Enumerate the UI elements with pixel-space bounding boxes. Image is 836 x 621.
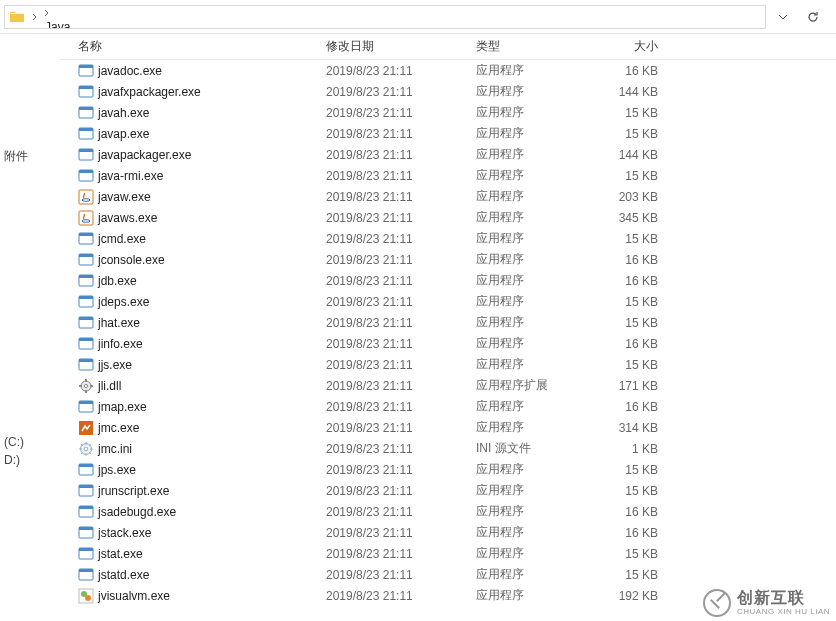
table-row[interactable]: jli.dll2019/8/23 21:11应用程序扩展171 KB [60, 375, 836, 396]
table-row[interactable]: jconsole.exe2019/8/23 21:11应用程序16 KB [60, 249, 836, 270]
table-row[interactable]: javapackager.exe2019/8/23 21:11应用程序144 K… [60, 144, 836, 165]
file-type: 应用程序扩展 [470, 377, 590, 394]
svg-rect-35 [90, 385, 93, 387]
svg-rect-48 [79, 527, 93, 530]
table-row[interactable]: jdeps.exe2019/8/23 21:11应用程序15 KB [60, 291, 836, 312]
folder-icon [7, 7, 27, 27]
file-size: 16 KB [590, 400, 680, 414]
file-size: 15 KB [590, 106, 680, 120]
refresh-button[interactable] [800, 5, 826, 29]
sidebar-drive-c[interactable]: (C:) [0, 433, 60, 451]
file-name: jinfo.exe [98, 337, 143, 351]
file-date: 2019/8/23 21:11 [320, 421, 470, 435]
file-size: 192 KB [590, 589, 680, 603]
file-date: 2019/8/23 21:11 [320, 232, 470, 246]
file-type: INI 源文件 [470, 440, 590, 457]
file-icon [78, 504, 94, 520]
svg-rect-21 [79, 275, 93, 278]
file-date: 2019/8/23 21:11 [320, 169, 470, 183]
svg-rect-23 [79, 296, 93, 299]
file-type: 应用程序 [470, 188, 590, 205]
file-date: 2019/8/23 21:11 [320, 547, 470, 561]
table-row[interactable]: java-rmi.exe2019/8/23 21:11应用程序15 KB [60, 165, 836, 186]
table-row[interactable]: jsadebugd.exe2019/8/23 21:11应用程序16 KB [60, 501, 836, 522]
file-size: 16 KB [590, 505, 680, 519]
table-row[interactable]: jcmd.exe2019/8/23 21:11应用程序15 KB [60, 228, 836, 249]
table-row[interactable]: javah.exe2019/8/23 21:11应用程序15 KB [60, 102, 836, 123]
header-type[interactable]: 类型 [470, 38, 590, 55]
file-type: 应用程序 [470, 314, 590, 331]
header-size[interactable]: 大小 [590, 38, 680, 55]
file-name: javaws.exe [98, 211, 157, 225]
breadcrumb-item[interactable]: Java [41, 20, 126, 29]
svg-rect-34 [79, 385, 82, 387]
dropdown-button[interactable] [770, 5, 796, 29]
file-date: 2019/8/23 21:11 [320, 526, 470, 540]
table-row[interactable]: jdb.exe2019/8/23 21:11应用程序16 KB [60, 270, 836, 291]
header-name[interactable]: 名称 [60, 38, 320, 55]
file-type: 应用程序 [470, 146, 590, 163]
file-date: 2019/8/23 21:11 [320, 190, 470, 204]
file-date: 2019/8/23 21:11 [320, 295, 470, 309]
file-icon [78, 315, 94, 331]
table-row[interactable]: jmc.ini2019/8/23 21:11INI 源文件1 KB [60, 438, 836, 459]
table-row[interactable]: javafxpackager.exe2019/8/23 21:11应用程序144… [60, 81, 836, 102]
table-row[interactable]: jstack.exe2019/8/23 21:11应用程序16 KB [60, 522, 836, 543]
table-row[interactable]: jmap.exe2019/8/23 21:11应用程序16 KB [60, 396, 836, 417]
table-row[interactable]: jmc.exe2019/8/23 21:11应用程序314 KB [60, 417, 836, 438]
header-date[interactable]: 修改日期 [320, 38, 470, 55]
file-size: 171 KB [590, 379, 680, 393]
file-date: 2019/8/23 21:11 [320, 106, 470, 120]
file-name: javap.exe [98, 127, 149, 141]
file-name: jvisualvm.exe [98, 589, 170, 603]
file-type: 应用程序 [470, 566, 590, 583]
file-size: 16 KB [590, 526, 680, 540]
svg-rect-29 [79, 359, 93, 362]
table-row[interactable]: javaws.exe2019/8/23 21:11应用程序345 KB [60, 207, 836, 228]
table-row[interactable]: jstatd.exe2019/8/23 21:11应用程序15 KB [60, 564, 836, 585]
chevron-right-icon[interactable] [29, 13, 41, 21]
file-size: 15 KB [590, 295, 680, 309]
file-list-pane: 名称 修改日期 类型 大小 javadoc.exe2019/8/23 21:11… [60, 34, 836, 621]
table-row[interactable]: jps.exe2019/8/23 21:11应用程序15 KB [60, 459, 836, 480]
file-name: jhat.exe [98, 316, 140, 330]
breadcrumb-path[interactable]: 此电脑本地磁盘 (C:)Program FilesJavajdk1.8.0_22… [4, 5, 766, 29]
table-row[interactable]: javap.exe2019/8/23 21:11应用程序15 KB [60, 123, 836, 144]
file-type: 应用程序 [470, 272, 590, 289]
table-row[interactable]: javaw.exe2019/8/23 21:11应用程序203 KB [60, 186, 836, 207]
file-name: jdb.exe [98, 274, 137, 288]
file-size: 16 KB [590, 337, 680, 351]
file-name: jconsole.exe [98, 253, 165, 267]
breadcrumb-item[interactable]: Program Files [41, 5, 126, 6]
file-size: 15 KB [590, 169, 680, 183]
file-date: 2019/8/23 21:11 [320, 400, 470, 414]
table-row[interactable]: jhat.exe2019/8/23 21:11应用程序15 KB [60, 312, 836, 333]
file-type: 应用程序 [470, 461, 590, 478]
table-row[interactable]: javadoc.exe2019/8/23 21:11应用程序16 KB [60, 60, 836, 81]
file-name: jjs.exe [98, 358, 132, 372]
sidebar-drive-d[interactable]: D:) [0, 451, 60, 469]
svg-rect-9 [79, 149, 93, 152]
file-type: 应用程序 [470, 503, 590, 520]
file-icon [78, 441, 94, 457]
file-type: 应用程序 [470, 398, 590, 415]
file-name: jstatd.exe [98, 568, 149, 582]
svg-rect-14 [79, 211, 93, 225]
chevron-right-icon[interactable] [41, 9, 53, 17]
table-row[interactable]: jjs.exe2019/8/23 21:11应用程序15 KB [60, 354, 836, 375]
svg-point-40 [84, 447, 88, 451]
svg-rect-52 [79, 569, 93, 572]
svg-rect-44 [79, 485, 93, 488]
sidebar-attachments[interactable]: 附件 [0, 146, 60, 167]
file-icon [78, 252, 94, 268]
file-name: jps.exe [98, 463, 136, 477]
table-row[interactable]: jvisualvm.exe2019/8/23 21:11应用程序192 KB [60, 585, 836, 606]
table-row[interactable]: jstat.exe2019/8/23 21:11应用程序15 KB [60, 543, 836, 564]
file-size: 15 KB [590, 463, 680, 477]
file-name: javaw.exe [98, 190, 151, 204]
table-row[interactable]: jrunscript.exe2019/8/23 21:11应用程序15 KB [60, 480, 836, 501]
file-type: 应用程序 [470, 293, 590, 310]
svg-rect-3 [79, 86, 93, 89]
svg-rect-27 [79, 338, 93, 341]
table-row[interactable]: jinfo.exe2019/8/23 21:11应用程序16 KB [60, 333, 836, 354]
